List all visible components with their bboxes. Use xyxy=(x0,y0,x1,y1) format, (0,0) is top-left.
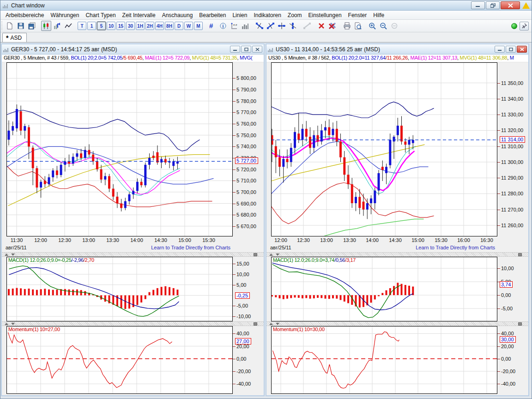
application-window: Chart window ArbeitsbereicheWährungenCha… xyxy=(0,0,532,399)
timeframe-1-button[interactable]: 1 xyxy=(87,22,96,30)
current-value-box: 30,00 xyxy=(500,336,516,343)
data-values-button[interactable]: #.# xyxy=(229,21,239,31)
chart-title-bar[interactable]: US30 - 11 314,00 - 14:53:56 25 авг (MSD) xyxy=(266,44,528,54)
tab-asd[interactable]: * ASD xyxy=(2,33,27,42)
axis-label: 5 760,00 xyxy=(236,121,256,127)
menu-chart-typen[interactable]: Chart Typen xyxy=(82,11,119,19)
time-label: 12:30 xyxy=(293,237,314,243)
promo-link[interactable]: Learn to Trade Directly from Charts xyxy=(151,245,230,250)
timeframe-m-button[interactable]: M xyxy=(194,22,203,30)
chart-title-bar[interactable]: GER30 - 5 727,00 - 14:54:17 25 авг (MSD) xyxy=(2,44,264,54)
trendline-disabled-button[interactable] xyxy=(302,21,312,31)
menu-hilfe[interactable]: Hilfe xyxy=(370,11,387,19)
panel-splitter[interactable] xyxy=(266,321,528,326)
close-panel-icon[interactable] xyxy=(254,253,257,256)
menu-arbeitsbereiche[interactable]: Arbeitsbereiche xyxy=(2,11,47,19)
minimize-button[interactable] xyxy=(471,1,485,9)
panel-splitter[interactable] xyxy=(2,321,264,326)
menu-fenster[interactable]: Fenster xyxy=(345,11,370,19)
close-panel-icon[interactable] xyxy=(518,253,522,256)
zoom-out-button[interactable] xyxy=(378,21,388,31)
timeframe-2h-button[interactable]: 2H xyxy=(145,22,154,30)
collapse-up-icon[interactable] xyxy=(269,254,273,256)
zoom-reset-button[interactable] xyxy=(389,21,399,31)
timeframe-w-button[interactable]: W xyxy=(184,22,193,30)
axis-tick xyxy=(233,135,236,136)
timeframe-d-button[interactable]: D xyxy=(175,22,183,30)
grid-toggle-button[interactable]: # xyxy=(207,21,217,31)
bar-chart-shift-button[interactable] xyxy=(52,21,62,31)
timeframe-5-button[interactable]: 5 xyxy=(97,22,106,30)
trendline-horizontal-button[interactable] xyxy=(277,21,287,31)
menu-zoom[interactable]: Zoom xyxy=(284,11,305,19)
promo-link[interactable]: Learn to Trade Directly from Charts xyxy=(416,245,495,250)
timeframe-4h-button[interactable]: 4H xyxy=(155,22,164,30)
timeframe-15-button[interactable]: 15 xyxy=(116,22,125,30)
svg-text:#: # xyxy=(209,22,213,30)
axis-tick xyxy=(233,169,236,170)
timeframe-t-button[interactable]: T xyxy=(78,22,86,30)
collapse-down-icon[interactable] xyxy=(276,323,279,325)
menu-einstellungen[interactable]: Einstellungen xyxy=(305,11,345,19)
zoom-in-button[interactable] xyxy=(367,21,377,31)
timeframe-8h-button[interactable]: 8H xyxy=(165,22,174,30)
chart-close-button[interactable] xyxy=(517,46,527,53)
collapse-up-icon[interactable] xyxy=(5,323,8,325)
save-button[interactable] xyxy=(16,21,26,31)
close-panel-icon[interactable] xyxy=(518,322,522,326)
axis-tick xyxy=(233,384,236,384)
toolbar-grip[interactable] xyxy=(1,21,2,30)
chart-restore-button[interactable] xyxy=(241,46,251,53)
delete-all-lines-button[interactable] xyxy=(327,21,338,31)
axis-tick xyxy=(233,359,236,359)
time-axis: 11:3012:0012:3013:0013:3014:0014:3015:00… xyxy=(2,236,264,244)
chart-close-button[interactable] xyxy=(252,46,262,53)
pin-button[interactable] xyxy=(520,22,529,30)
candlestick-chart-button[interactable] xyxy=(41,21,51,31)
chart-restore-button[interactable] xyxy=(506,46,516,53)
trendline-down-button[interactable] xyxy=(254,21,265,31)
info-bubble-button[interactable]: i xyxy=(218,21,228,31)
volume-histogram-button[interactable] xyxy=(240,21,250,31)
panel-splitter[interactable] xyxy=(266,252,528,257)
restore-button[interactable] xyxy=(486,1,500,9)
trendline-up-button[interactable] xyxy=(266,21,276,31)
collapse-down-icon[interactable] xyxy=(276,254,279,256)
print-preview-button[interactable] xyxy=(353,21,363,31)
price-chart[interactable] xyxy=(271,62,497,236)
momentum-chart[interactable] xyxy=(271,326,497,394)
delete-line-button[interactable] xyxy=(316,21,326,31)
momentum-chart[interactable] xyxy=(6,326,233,394)
price-chart[interactable] xyxy=(6,62,233,236)
macd-chart[interactable] xyxy=(271,257,497,321)
close-button[interactable] xyxy=(501,1,520,9)
timeframe-10-button[interactable]: 10 xyxy=(107,22,115,30)
macd-chart[interactable] xyxy=(6,257,233,321)
menu-anschauung[interactable]: Anschauung xyxy=(159,11,196,19)
timeframe-30-button[interactable]: 30 xyxy=(126,22,135,30)
new-document-button[interactable] xyxy=(5,21,15,31)
menu-zeit-intervalle[interactable]: Zeit Intervalle xyxy=(119,11,159,19)
chart-title: GER30 - 5 727,00 - 14:54:17 25 авг (MSD) xyxy=(11,46,229,53)
menu-bearbeiten[interactable]: Bearbeiten xyxy=(196,11,229,19)
chart-minimize-button[interactable] xyxy=(230,46,240,53)
menu-indikatoren[interactable]: Indikatoren xyxy=(250,11,284,19)
collapse-up-icon[interactable] xyxy=(269,323,273,325)
collapse-up-icon[interactable] xyxy=(5,254,8,256)
axis-label: 11 330,00 xyxy=(501,112,523,117)
print-button[interactable] xyxy=(342,21,352,31)
svg-text:#.#: #.# xyxy=(233,24,237,26)
chart-minimize-button[interactable] xyxy=(495,46,505,53)
timeframe-1h-button[interactable]: 1H xyxy=(136,22,145,30)
save-all-button[interactable] xyxy=(27,21,37,31)
axis-label: 11 290,00 xyxy=(501,175,523,181)
collapse-down-icon[interactable] xyxy=(11,323,15,325)
panel-splitter[interactable] xyxy=(2,252,264,257)
menu-währungen[interactable]: Währungen xyxy=(47,11,82,19)
trendline-vertical-button[interactable] xyxy=(288,21,298,31)
close-panel-icon[interactable] xyxy=(254,322,257,326)
line-chart-button[interactable] xyxy=(63,21,73,31)
collapse-down-icon[interactable] xyxy=(11,254,15,256)
menu-linien[interactable]: Linien xyxy=(229,11,250,19)
window-titlebar[interactable]: Chart window xyxy=(0,0,532,11)
